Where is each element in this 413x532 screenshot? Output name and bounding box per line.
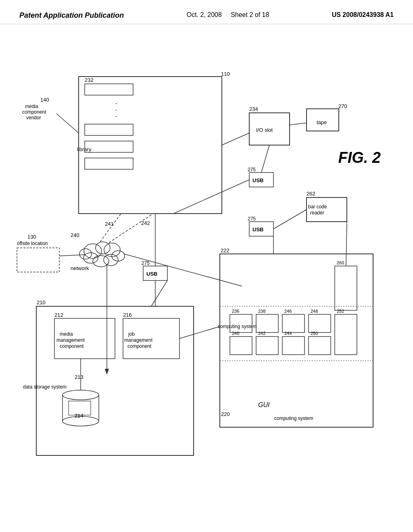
svg-text:240: 240 [232, 331, 239, 336]
svg-rect-84 [220, 254, 373, 427]
svg-rect-108 [335, 266, 357, 310]
svg-rect-98 [230, 337, 252, 355]
svg-text:252: 252 [337, 309, 344, 314]
diagram-area: FIG. 2 110 232 · · · library 140 media c… [0, 24, 413, 524]
svg-text:reader: reader [310, 210, 324, 216]
svg-text:250: 250 [311, 331, 318, 336]
svg-text:246: 246 [284, 309, 292, 314]
header-center: Oct. 2, 2008 Sheet 2 of 18 [187, 11, 269, 19]
svg-rect-92 [256, 314, 278, 332]
svg-text:214: 214 [75, 413, 83, 419]
svg-text:I/O slot: I/O slot [256, 127, 273, 133]
svg-text:USB: USB [146, 271, 157, 277]
publication-title: Patent Application Publication [19, 11, 124, 20]
svg-text:library: library [77, 146, 92, 152]
svg-point-42 [84, 244, 102, 258]
svg-text:248: 248 [311, 309, 318, 314]
svg-point-43 [96, 242, 110, 254]
svg-line-23 [290, 123, 307, 125]
pub-date: Oct. 2, 2008 [187, 11, 222, 18]
svg-line-15 [56, 114, 79, 133]
svg-rect-39 [17, 248, 59, 272]
svg-text:270: 270 [338, 103, 347, 109]
svg-text:tape: tape [317, 119, 327, 125]
patent-diagram: 110 232 · · · library 140 media componen… [0, 24, 413, 524]
svg-text:236: 236 [232, 309, 239, 314]
svg-line-110 [346, 222, 347, 266]
svg-line-27 [173, 180, 249, 214]
svg-line-19 [222, 133, 249, 145]
svg-rect-8 [85, 141, 133, 152]
svg-text:·: · [115, 112, 117, 120]
svg-text:275: 275 [142, 260, 150, 266]
svg-text:216: 216 [123, 312, 132, 318]
svg-text:component: component [127, 343, 152, 349]
svg-text:computing system: computing system [218, 324, 257, 329]
svg-marker-56 [105, 369, 109, 375]
svg-point-46 [104, 254, 118, 266]
svg-text:140: 140 [40, 97, 49, 103]
svg-rect-0 [79, 77, 222, 214]
svg-text:vendor: vendor [26, 115, 41, 121]
svg-point-71 [63, 390, 99, 400]
svg-rect-106 [335, 314, 357, 355]
svg-rect-94 [282, 314, 305, 332]
svg-text:212: 212 [54, 312, 63, 318]
svg-text:242: 242 [141, 220, 150, 226]
svg-text:network: network [71, 265, 89, 271]
svg-text:media: media [60, 331, 73, 337]
svg-text:130: 130 [27, 234, 36, 240]
svg-text:computing system: computing system [274, 416, 313, 421]
svg-text:job: job [128, 331, 135, 337]
svg-text:GUI: GUI [258, 401, 270, 408]
svg-text:data storage system: data storage system [23, 384, 67, 390]
svg-line-83 [151, 281, 167, 306]
svg-text:USB: USB [252, 227, 263, 233]
svg-text:component: component [22, 109, 46, 115]
svg-line-114 [179, 326, 220, 339]
svg-rect-29 [307, 197, 347, 222]
svg-text:275: 275 [248, 216, 256, 222]
svg-text:media: media [25, 104, 38, 109]
page-header: Patent Application Publication Oct. 2, 2… [0, 0, 413, 24]
svg-rect-2 [85, 84, 133, 95]
svg-text:240: 240 [71, 232, 79, 238]
svg-text:220: 220 [221, 411, 230, 417]
svg-text:262: 262 [307, 191, 315, 197]
svg-line-51 [100, 214, 121, 242]
svg-text:management: management [124, 337, 153, 343]
svg-line-36 [273, 210, 307, 229]
svg-text:244: 244 [284, 331, 292, 336]
svg-text:222: 222 [221, 247, 229, 254]
svg-rect-90 [230, 314, 252, 332]
svg-text:213: 213 [75, 374, 83, 380]
svg-rect-9 [85, 158, 133, 169]
svg-line-28 [261, 145, 269, 172]
svg-text:offsite location: offsite location [17, 241, 48, 246]
svg-text:management: management [56, 337, 85, 343]
svg-text:238: 238 [258, 309, 265, 314]
svg-rect-96 [309, 314, 331, 332]
svg-text:210: 210 [37, 299, 46, 305]
svg-text:234: 234 [249, 106, 258, 112]
svg-point-47 [93, 256, 109, 267]
svg-rect-100 [256, 337, 278, 355]
svg-line-53 [109, 214, 153, 243]
svg-text:242: 242 [258, 331, 265, 336]
svg-text:USB: USB [252, 177, 263, 183]
svg-line-115 [124, 254, 242, 286]
svg-text:110: 110 [221, 71, 230, 77]
svg-rect-104 [309, 337, 331, 355]
svg-text:232: 232 [85, 77, 94, 83]
svg-point-49 [79, 249, 92, 259]
svg-text:275: 275 [248, 167, 256, 172]
svg-rect-7 [85, 124, 133, 135]
svg-text:241: 241 [105, 221, 114, 227]
sheet-info: Sheet 2 of 18 [231, 11, 269, 18]
svg-rect-102 [282, 337, 305, 355]
svg-text:component: component [60, 343, 84, 349]
svg-text:260: 260 [337, 260, 344, 265]
svg-text:bar code: bar code [308, 204, 327, 210]
svg-line-50 [59, 255, 85, 256]
patent-number: US 2008/0243938 A1 [332, 11, 394, 19]
